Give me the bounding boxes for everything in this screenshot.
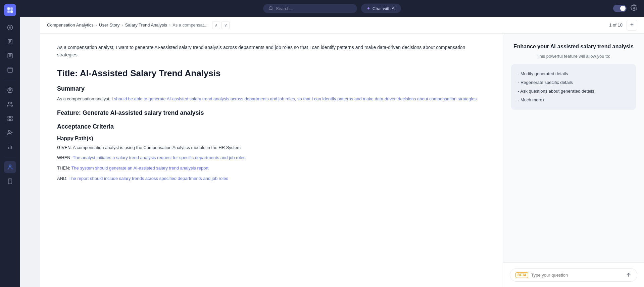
sidebar-item-tasks[interactable]	[4, 127, 16, 139]
summary-heading: Summary	[57, 85, 486, 92]
ai-input-box: BETA	[510, 268, 637, 282]
ai-panel: Enhance your AI-assisted salary trend an…	[503, 34, 644, 287]
and-text-content: The report should include salary trends …	[67, 176, 228, 181]
ai-feature-4: - Much more+	[518, 96, 629, 104]
breadcrumb-sep-1: ›	[96, 22, 97, 28]
svg-rect-3	[10, 10, 13, 13]
svg-point-15	[9, 90, 11, 91]
svg-rect-18	[11, 116, 12, 118]
sidebar-item-team[interactable]	[4, 112, 16, 125]
page-count: 1 of 10	[609, 22, 623, 28]
breadcrumb-item-1[interactable]: Compensation Analytics	[47, 22, 94, 28]
svg-point-27	[9, 165, 11, 167]
happy-path-heading: Happy Path(s)	[57, 136, 486, 142]
breadcrumb-nav-arrows: ∧ ∨	[212, 21, 230, 29]
summary-highlight-text: should be able to generate AI-assisted s…	[114, 96, 478, 101]
svg-rect-0	[7, 7, 10, 10]
user-story-intro: As a compensation analyst, I want to gen…	[57, 44, 486, 59]
then-keyword: THEN:	[57, 165, 70, 171]
chat-ai-label: Chat with AI	[373, 6, 396, 11]
breadcrumb-item-2[interactable]: User Story	[99, 22, 119, 28]
send-button[interactable]	[626, 272, 632, 278]
sidebar-divider-2	[4, 157, 16, 157]
summary-text: As a compensation analyst, I should be a…	[57, 96, 486, 103]
breadcrumb-item-4: As a compensat...	[172, 22, 207, 28]
sidebar-item-users[interactable]	[4, 98, 16, 110]
sidebar-item-person[interactable]	[4, 161, 16, 173]
sidebar-divider-1	[4, 80, 16, 80]
svg-rect-20	[11, 119, 12, 121]
then-text-content: The system should generate an AI-assiste…	[70, 165, 208, 171]
then-statement: THEN: The system should generate an AI-a…	[57, 165, 486, 172]
acceptance-criteria-heading: Acceptance Criteria	[57, 123, 486, 130]
svg-rect-17	[8, 116, 9, 118]
ai-panel-content: Enhance your AI-assisted salary trend an…	[503, 34, 644, 262]
beta-badge: BETA	[515, 272, 528, 278]
ai-input-area: BETA	[503, 262, 644, 287]
chat-ai-icon: ✦	[366, 6, 370, 11]
document-title: Title: AI-Assisted Salary Trend Analysis	[57, 68, 486, 79]
breadcrumb-bar: Compensation Analytics › User Story › Sa…	[40, 17, 644, 34]
feature-heading: Feature: Generate AI-assisted salary tre…	[57, 109, 486, 116]
sidebar-item-chart[interactable]	[4, 141, 16, 153]
sidebar-item-document[interactable]	[4, 36, 16, 48]
svg-rect-19	[8, 119, 9, 121]
svg-point-32	[269, 7, 272, 10]
breadcrumb-item-3[interactable]: Salary Trend Analysis	[125, 22, 167, 28]
ai-panel-title: Enhance your AI-assisted salary trend an…	[511, 44, 636, 50]
given-text-content: A compensation analyst is using the Comp…	[72, 145, 241, 150]
ai-panel-subtitle: This powerful feature will allow you to:	[511, 54, 636, 59]
breadcrumb-up-button[interactable]: ∧	[212, 21, 220, 29]
settings-icon[interactable]	[631, 4, 637, 13]
theme-toggle[interactable]	[613, 5, 627, 12]
search-placeholder: Search...	[276, 6, 293, 11]
svg-point-34	[633, 7, 635, 8]
chat-ai-button[interactable]: ✦ Chat with AI	[361, 4, 401, 13]
add-item-button[interactable]: +	[627, 20, 637, 31]
sidebar	[0, 0, 20, 287]
ai-feature-1: - Modify generated details	[518, 69, 629, 78]
svg-line-33	[272, 9, 273, 10]
ai-feature-2: - Regenerate specific details	[518, 78, 629, 87]
svg-point-21	[8, 130, 10, 132]
app-logo[interactable]	[4, 4, 16, 16]
given-keyword: GIVEN:	[57, 145, 72, 150]
content-container: As a compensation analyst, I want to gen…	[40, 34, 644, 287]
sidebar-item-home[interactable]	[4, 21, 16, 34]
document-panel: As a compensation analyst, I want to gen…	[40, 34, 503, 287]
when-text-content: The analyst initiates a salary trend ana…	[71, 155, 245, 160]
breadcrumb-right: 1 of 10 +	[609, 20, 637, 31]
and-statement: AND: The report should include salary tr…	[57, 175, 486, 182]
topbar-right	[613, 4, 637, 13]
given-statement: GIVEN: A compensation analyst is using t…	[57, 144, 486, 151]
sidebar-item-settings[interactable]	[4, 84, 16, 96]
svg-point-4	[8, 25, 13, 30]
svg-point-16	[8, 102, 10, 104]
topbar: Search... ✦ Chat with AI	[20, 0, 644, 17]
sidebar-item-list[interactable]	[4, 50, 16, 62]
svg-rect-1	[10, 7, 13, 10]
ai-features-box: - Modify generated details - Regenerate …	[511, 64, 636, 110]
search-icon	[268, 6, 273, 11]
when-statement: WHEN: The analyst initiates a salary tre…	[57, 154, 486, 161]
summary-plain-text: As a compensation analyst, I	[57, 96, 114, 101]
and-keyword: AND:	[57, 176, 67, 181]
svg-point-5	[9, 27, 11, 29]
search-box[interactable]: Search...	[263, 4, 357, 13]
sidebar-item-bookmark[interactable]	[4, 64, 16, 76]
when-keyword: WHEN:	[57, 155, 71, 160]
breadcrumb-down-button[interactable]: ∨	[221, 21, 230, 29]
breadcrumb-sep-3: ›	[169, 22, 170, 28]
svg-rect-2	[7, 10, 10, 13]
ai-feature-3: - Ask questions about generated details	[518, 87, 629, 96]
sidebar-item-clipboard[interactable]	[4, 175, 16, 187]
ai-question-input[interactable]	[531, 273, 623, 278]
main-area: Compensation Analytics › User Story › Sa…	[40, 17, 644, 287]
breadcrumb-sep-2: ›	[122, 22, 123, 28]
breadcrumb: Compensation Analytics › User Story › Sa…	[47, 21, 230, 29]
